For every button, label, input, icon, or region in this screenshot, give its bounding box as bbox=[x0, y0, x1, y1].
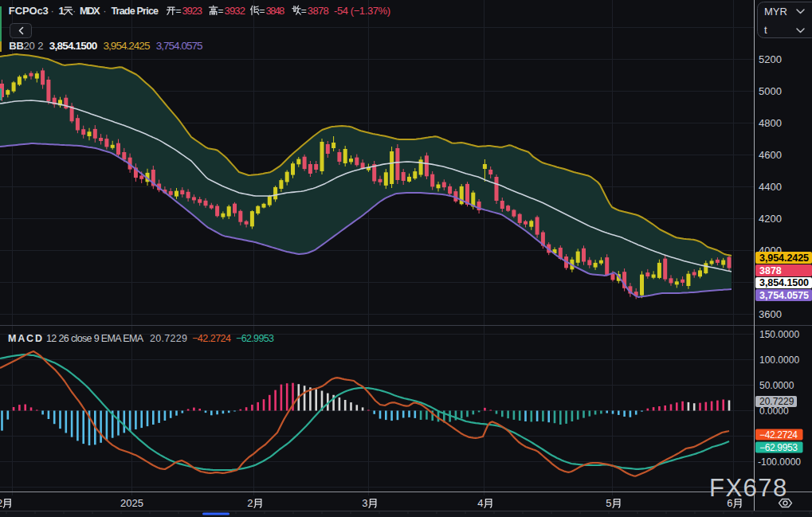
svg-text:3,854.1500: 3,854.1500 bbox=[49, 40, 97, 52]
svg-text:MYR: MYR bbox=[764, 6, 787, 18]
svg-text:FCPOc3: FCPOc3 bbox=[9, 5, 49, 17]
svg-text:3600: 3600 bbox=[759, 308, 782, 320]
svg-text:3,954.2425: 3,954.2425 bbox=[759, 253, 809, 264]
svg-text:−42.2724: −42.2724 bbox=[759, 429, 798, 441]
svg-text:3,854.1500: 3,854.1500 bbox=[759, 277, 809, 288]
svg-text:2025: 2025 bbox=[120, 497, 143, 509]
svg-text:3878: 3878 bbox=[308, 5, 329, 17]
svg-text:50.0000: 50.0000 bbox=[759, 380, 794, 391]
svg-text:150.0000: 150.0000 bbox=[759, 329, 799, 340]
svg-text:3,954.2425: 3,954.2425 bbox=[104, 40, 151, 52]
svg-text:3,754.0575: 3,754.0575 bbox=[759, 290, 809, 301]
svg-text:MDX: MDX bbox=[80, 5, 100, 17]
svg-text:-54 (−1.37%): -54 (−1.37%) bbox=[334, 5, 390, 17]
svg-text:Trade Price: Trade Price bbox=[111, 6, 159, 17]
svg-text:t: t bbox=[764, 24, 767, 36]
svg-text:−42.2724: −42.2724 bbox=[192, 333, 231, 344]
svg-text:3848: 3848 bbox=[266, 5, 285, 17]
svg-text:5: 5 bbox=[606, 497, 611, 509]
svg-text:20.7229: 20.7229 bbox=[150, 333, 187, 344]
svg-text:2: 2 bbox=[0, 497, 2, 509]
svg-text:2: 2 bbox=[247, 497, 253, 509]
svg-text:12 26 close 9 EMA EMA: 12 26 close 9 EMA EMA bbox=[46, 333, 144, 344]
svg-text:3923: 3923 bbox=[182, 5, 203, 17]
svg-text:=: = bbox=[259, 6, 265, 17]
svg-text:=: = bbox=[301, 6, 307, 17]
svg-text:1: 1 bbox=[59, 5, 65, 17]
svg-text:3878: 3878 bbox=[759, 265, 782, 276]
svg-text:=: = bbox=[218, 6, 223, 17]
svg-text:-100.0000: -100.0000 bbox=[758, 456, 801, 468]
svg-text:4600: 4600 bbox=[759, 149, 782, 161]
svg-text:BB: BB bbox=[9, 40, 24, 52]
svg-text:·: · bbox=[103, 5, 106, 17]
svg-text:4200: 4200 bbox=[759, 213, 782, 225]
svg-text:−62.9953: −62.9953 bbox=[236, 333, 274, 344]
svg-text:FX678: FX678 bbox=[709, 474, 788, 502]
svg-text:3932: 3932 bbox=[225, 5, 246, 17]
svg-text:3,754.0575: 3,754.0575 bbox=[156, 40, 203, 52]
svg-text:4400: 4400 bbox=[759, 181, 782, 193]
svg-text:3: 3 bbox=[362, 497, 367, 509]
svg-text:4800: 4800 bbox=[759, 117, 782, 129]
svg-text:5000: 5000 bbox=[759, 85, 782, 97]
svg-text:20 2: 20 2 bbox=[23, 40, 43, 52]
svg-text:·: · bbox=[51, 5, 54, 17]
svg-text:5200: 5200 bbox=[759, 53, 782, 65]
svg-text:20.7229: 20.7229 bbox=[759, 396, 794, 407]
svg-text:·: · bbox=[73, 5, 76, 17]
svg-text:=: = bbox=[175, 6, 181, 17]
svg-text:−62.9953: −62.9953 bbox=[759, 442, 798, 453]
svg-text:4: 4 bbox=[477, 497, 483, 509]
svg-text:100.0000: 100.0000 bbox=[759, 354, 799, 366]
